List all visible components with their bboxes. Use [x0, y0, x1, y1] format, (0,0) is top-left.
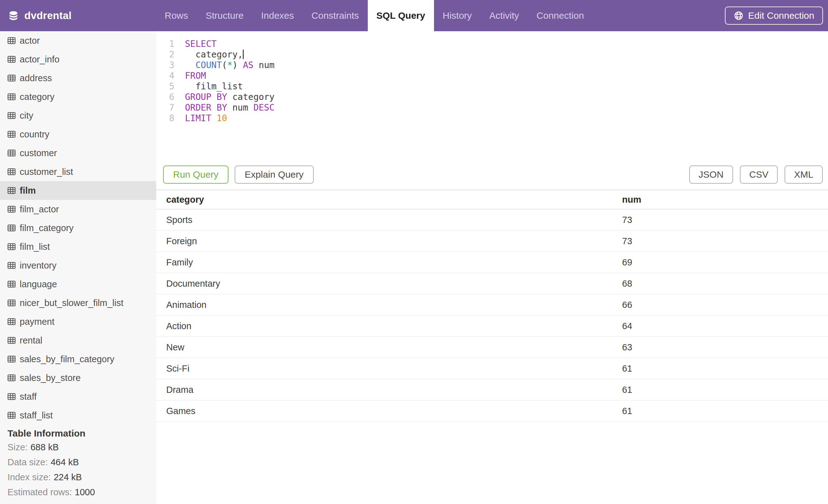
top-bar: dvdrental RowsStructureIndexesConstraint…	[0, 0, 828, 31]
sidebar-item-country[interactable]: country	[0, 125, 156, 144]
sidebar-item-sales-by-store[interactable]: sales_by_store	[0, 368, 156, 387]
code-text: GROUP BY category	[185, 92, 275, 102]
tab-rows[interactable]: Rows	[156, 0, 197, 31]
table-name: staff	[20, 392, 37, 402]
table-icon	[7, 37, 15, 44]
table-name: actor	[20, 36, 40, 46]
tab-connection[interactable]: Connection	[528, 0, 593, 31]
sidebar-item-city[interactable]: city	[0, 106, 156, 125]
sidebar-item-rental[interactable]: rental	[0, 331, 156, 350]
sidebar-item-address[interactable]: address	[0, 69, 156, 87]
sidebar-item-actor-info[interactable]: actor_info	[0, 50, 156, 69]
edit-connection-button[interactable]: Edit Connection	[725, 7, 823, 25]
table-name: city	[20, 110, 33, 121]
tab-activity[interactable]: Activity	[481, 0, 528, 31]
tab-history[interactable]: History	[434, 0, 481, 31]
code-text: LIMIT 10	[185, 113, 227, 124]
app-window: dvdrental RowsStructureIndexesConstraint…	[0, 0, 828, 504]
result-row: Foreign 73	[156, 231, 828, 252]
tab-sql-query[interactable]: SQL Query	[368, 0, 434, 31]
nav-tabs: RowsStructureIndexesConstraintsSQL Query…	[156, 0, 593, 31]
sidebar-item-film[interactable]: film	[0, 181, 156, 200]
code-text: film_list	[185, 81, 243, 92]
run-query-button[interactable]: Run Query	[163, 166, 229, 184]
cell-num: 61	[622, 364, 828, 374]
cell-category: Foreign	[156, 236, 622, 246]
table-name: film_list	[20, 242, 50, 252]
result-row: Drama 61	[156, 379, 828, 401]
table-name: address	[20, 73, 52, 83]
table-stat: Estimated rows:1000	[7, 485, 156, 500]
stat-label: Size:	[7, 442, 28, 452]
stat-value: 1000	[75, 487, 95, 497]
line-number: 8	[156, 113, 174, 124]
explain-query-button[interactable]: Explain Query	[235, 166, 314, 184]
table-icon	[7, 187, 15, 194]
stat-label: Data size:	[7, 457, 48, 467]
table-icon	[7, 281, 15, 288]
database-icon	[7, 10, 19, 21]
table-icon	[7, 356, 15, 363]
sidebar-item-inventory[interactable]: inventory	[0, 256, 156, 275]
tab-constraints[interactable]: Constraints	[303, 0, 368, 31]
table-name: sales_by_film_category	[20, 354, 114, 364]
sidebar-item-nicer-but-slower-film-list[interactable]: nicer_but_slower_film_list	[0, 293, 156, 312]
sidebar-item-film-actor[interactable]: film_actor	[0, 200, 156, 219]
table-icon	[7, 225, 15, 231]
table-information: Table Information Size:688 kB Data size:…	[0, 425, 156, 500]
sidebar-item-payment[interactable]: payment	[0, 312, 156, 331]
tab-indexes[interactable]: Indexes	[252, 0, 303, 31]
line-number: 1	[156, 39, 174, 49]
table-icon	[7, 393, 15, 400]
table-icon	[7, 337, 15, 344]
sidebar-item-sales-by-film-category[interactable]: sales_by_film_category	[0, 350, 156, 368]
table-name: language	[20, 279, 57, 289]
sidebar-item-customer-list[interactable]: customer_list	[0, 163, 156, 181]
main-panel: 1 SELECT 2 category, 3 COUNT(*) AS num 4…	[156, 31, 828, 504]
table-icon	[7, 412, 15, 419]
sidebar: actor actor_info address category	[0, 31, 156, 504]
table-name: category	[20, 92, 54, 102]
code-line: 7 ORDER BY num DESC	[156, 102, 828, 113]
export-xml-button[interactable]: XML	[785, 166, 823, 184]
stat-value: 688 kB	[30, 442, 58, 452]
table-name: actor_info	[20, 54, 59, 65]
export-json-button[interactable]: JSON	[689, 166, 733, 184]
code-line: 5 film_list	[156, 81, 828, 92]
globe-icon	[734, 11, 744, 20]
result-row: Action 64	[156, 316, 828, 337]
sidebar-item-category[interactable]: category	[0, 87, 156, 106]
export-buttons: JSONCSVXML	[689, 166, 823, 184]
table-name: country	[20, 129, 49, 140]
line-number: 6	[156, 92, 174, 102]
table-icon	[7, 243, 15, 250]
table-icon	[7, 56, 15, 63]
code-line: 4 FROM	[156, 71, 828, 81]
sidebar-item-film-list[interactable]: film_list	[0, 237, 156, 256]
sidebar-item-language[interactable]: language	[0, 275, 156, 293]
sidebar-item-customer[interactable]: customer	[0, 144, 156, 163]
table-icon	[7, 374, 15, 381]
sql-editor[interactable]: 1 SELECT 2 category, 3 COUNT(*) AS num 4…	[156, 31, 828, 124]
line-number: 3	[156, 60, 174, 71]
table-list: actor actor_info address category	[0, 31, 156, 425]
export-csv-button[interactable]: CSV	[740, 166, 778, 184]
sidebar-item-film-category[interactable]: film_category	[0, 219, 156, 237]
table-icon	[7, 206, 15, 213]
database-title: dvdrental	[25, 10, 72, 21]
cell-num: 63	[622, 342, 828, 353]
table-stat: Index size:224 kB	[7, 470, 156, 485]
sidebar-item-staff[interactable]: staff	[0, 387, 156, 406]
column-header-num: num	[622, 194, 828, 205]
table-icon	[7, 149, 15, 156]
table-name: film_actor	[20, 204, 59, 215]
cell-category: Sci-Fi	[156, 364, 622, 374]
table-name: customer	[20, 148, 57, 158]
sidebar-item-actor[interactable]: actor	[0, 31, 156, 50]
sidebar-item-staff-list[interactable]: staff_list	[0, 406, 156, 425]
tab-structure[interactable]: Structure	[197, 0, 252, 31]
code-text: ORDER BY num DESC	[185, 102, 275, 113]
cell-category: Games	[156, 406, 622, 416]
cell-category: Animation	[156, 300, 622, 310]
cell-category: New	[156, 342, 622, 353]
